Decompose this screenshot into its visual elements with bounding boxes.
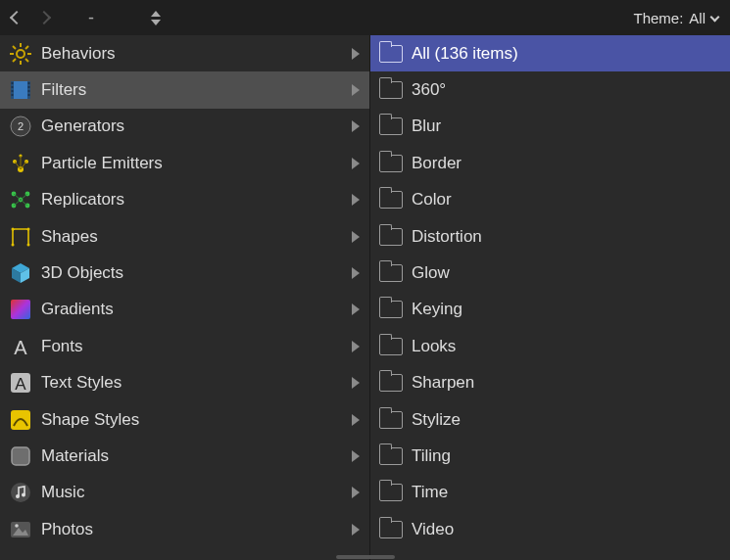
scroll-handle[interactable] <box>336 555 395 559</box>
subcategory-row[interactable]: Distortion <box>370 218 730 255</box>
category-row[interactable]: Replicators <box>0 182 369 218</box>
subcategory-label: Sharpen <box>412 373 720 393</box>
gradient-icon <box>8 297 33 322</box>
svg-point-50 <box>11 483 30 502</box>
subcategory-label: Distortion <box>412 227 720 247</box>
svg-point-52 <box>22 493 25 497</box>
category-label: Photos <box>41 520 346 539</box>
category-label: Music <box>41 483 346 502</box>
cube3d-icon <box>8 260 33 286</box>
svg-rect-18 <box>28 90 30 92</box>
font-plain-icon: A <box>8 334 33 359</box>
subcategory-label: Glow <box>412 263 720 283</box>
svg-rect-19 <box>28 94 30 96</box>
subcategory-row[interactable]: All (136 items) <box>370 35 730 71</box>
svg-point-37 <box>27 243 30 246</box>
theme-value: All <box>689 10 706 26</box>
category-row[interactable]: Shape Styles <box>0 401 369 438</box>
path-popup[interactable]: - <box>88 8 94 28</box>
svg-point-39 <box>27 227 30 230</box>
category-row[interactable]: Photos <box>0 511 369 547</box>
category-row[interactable]: Particle Emitters <box>0 145 369 181</box>
category-label: Behaviors <box>41 44 346 64</box>
material-icon <box>8 443 33 469</box>
subcategory-list: All (136 items)360°BlurBorderColorDistor… <box>369 35 730 560</box>
disclosure-triangle-icon <box>352 194 360 206</box>
disclosure-triangle-icon <box>352 48 360 60</box>
svg-line-6 <box>25 59 28 62</box>
font-box-icon: A <box>8 370 33 396</box>
music-icon <box>8 480 33 505</box>
subcategory-label: 360° <box>412 80 720 100</box>
subcategory-row[interactable]: 360° <box>370 71 730 108</box>
disclosure-triangle-icon <box>352 120 360 132</box>
folder-icon <box>378 41 404 67</box>
subcategory-label: Time <box>412 483 720 502</box>
category-list: BehaviorsFilters2GeneratorsParticle Emit… <box>0 35 369 560</box>
folder-icon <box>378 77 404 103</box>
particle-icon <box>8 151 33 176</box>
nav-back-button[interactable] <box>10 11 24 24</box>
theme-popup[interactable]: Theme: All <box>633 10 718 26</box>
category-row[interactable]: AFonts <box>0 328 369 364</box>
category-label: Filters <box>41 80 346 100</box>
subcategory-row[interactable]: Blur <box>370 109 730 145</box>
category-label: 3D Objects <box>41 263 346 283</box>
svg-rect-14 <box>12 90 14 92</box>
category-row[interactable]: Materials <box>0 438 369 474</box>
folder-icon <box>378 260 404 286</box>
category-label: Generators <box>41 117 346 136</box>
folder-icon <box>378 443 404 469</box>
svg-point-55 <box>15 524 19 528</box>
category-row[interactable]: AText Styles <box>0 365 369 401</box>
svg-point-0 <box>17 50 24 58</box>
category-row[interactable]: Behaviors <box>0 35 369 71</box>
disclosure-triangle-icon <box>352 450 360 462</box>
filmstrip-icon <box>8 77 33 103</box>
subcategory-row[interactable]: Looks <box>370 328 730 364</box>
disclosure-triangle-icon <box>352 487 360 498</box>
subcategory-row[interactable]: Border <box>370 145 730 181</box>
folder-icon <box>378 480 404 505</box>
category-row[interactable]: Filters <box>0 71 369 108</box>
subcategory-row[interactable]: Color <box>370 182 730 218</box>
svg-rect-12 <box>12 82 14 84</box>
category-row[interactable]: 3D Objects <box>0 255 369 291</box>
category-row[interactable]: Gradients <box>0 292 369 328</box>
svg-text:A: A <box>15 375 26 394</box>
svg-text:2: 2 <box>18 120 24 132</box>
subcategory-row[interactable]: Stylize <box>370 401 730 438</box>
subcategory-label: Tiling <box>412 446 720 466</box>
svg-point-38 <box>12 227 15 230</box>
category-label: Shape Styles <box>41 410 346 430</box>
category-row[interactable]: Shapes <box>0 218 369 255</box>
svg-text:A: A <box>14 337 27 358</box>
folder-icon <box>378 297 404 322</box>
gear-icon <box>8 41 33 67</box>
disclosure-triangle-icon <box>352 303 360 315</box>
folder-icon <box>378 224 404 250</box>
folder-icon <box>378 114 404 139</box>
subcategory-row[interactable]: Tiling <box>370 438 730 474</box>
subcategory-row[interactable]: Keying <box>370 292 730 328</box>
category-row[interactable]: 2Generators <box>0 109 369 145</box>
category-row[interactable]: Music <box>0 475 369 511</box>
subcategory-label: Video <box>412 520 720 539</box>
nav-forward-button[interactable] <box>37 11 51 24</box>
subcategory-row[interactable]: Video <box>370 511 730 547</box>
svg-rect-15 <box>12 94 14 96</box>
path-stepper[interactable] <box>151 11 161 25</box>
subcategory-row[interactable]: Glow <box>370 255 730 291</box>
generator-icon: 2 <box>8 114 33 139</box>
subcategory-row[interactable]: Time <box>370 475 730 511</box>
folder-icon <box>378 187 404 212</box>
subcategory-label: Stylize <box>412 410 720 430</box>
svg-line-7 <box>13 59 16 62</box>
category-label: Replicators <box>41 190 346 210</box>
subcategory-label: Blur <box>412 117 720 136</box>
folder-icon <box>378 334 404 359</box>
shapes-icon <box>8 224 33 250</box>
subcategory-row[interactable]: Sharpen <box>370 365 730 401</box>
theme-label: Theme: <box>633 10 683 26</box>
chevron-down-icon <box>710 12 720 22</box>
